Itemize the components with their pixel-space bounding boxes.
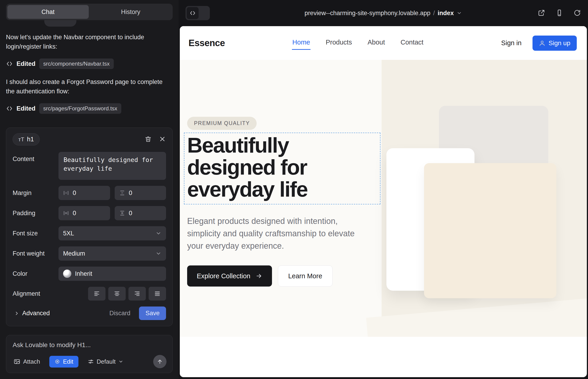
- padding-vertical-input[interactable]: 0: [59, 206, 110, 220]
- refresh-button[interactable]: [573, 9, 581, 17]
- open-external-button[interactable]: [538, 9, 545, 17]
- advanced-label: Advanced: [22, 310, 50, 317]
- delete-element-button[interactable]: [144, 135, 152, 143]
- color-swatch: [63, 269, 71, 278]
- chat-message: I should also create a Forgot Password p…: [6, 77, 169, 96]
- mobile-view-button[interactable]: [556, 9, 563, 17]
- arrow-up-icon: [157, 358, 163, 365]
- site-logo[interactable]: Essence: [187, 38, 226, 48]
- site-nav-links: Home Products About Contact: [292, 39, 424, 47]
- color-select[interactable]: Inherit: [59, 267, 166, 281]
- padding-horizontal-input[interactable]: 0: [115, 206, 166, 220]
- code-view-toggle[interactable]: [186, 6, 210, 20]
- hero-content: PREMIUM QUALITY Beautifully designed for…: [180, 60, 587, 286]
- site-preview: Essence Home Products About Contact Sign…: [180, 26, 587, 377]
- sign-up-button[interactable]: Sign up: [532, 35, 577, 51]
- align-left-button[interactable]: [88, 287, 106, 300]
- hero-badge: PREMIUM QUALITY: [187, 117, 257, 130]
- align-center-icon: [114, 290, 120, 297]
- explore-collection-label: Explore Collection: [197, 272, 250, 280]
- font-weight-select[interactable]: Medium: [59, 246, 166, 261]
- color-row: Color Inherit: [13, 267, 166, 281]
- chevron-down-icon: [457, 10, 462, 16]
- attach-button[interactable]: Attach: [12, 358, 42, 365]
- font-size-select[interactable]: 5XL: [59, 226, 166, 240]
- send-button[interactable]: [153, 355, 167, 368]
- margin-horizontal-input[interactable]: 0: [115, 186, 166, 200]
- font-size-label: Font size: [13, 230, 59, 237]
- align-justify-icon: [154, 290, 160, 297]
- file-badge[interactable]: src/pages/ForgotPassword.tsx: [39, 103, 122, 114]
- align-center-button[interactable]: [108, 287, 126, 300]
- url-bar[interactable]: preview--charming-site-symphony.lovable.…: [303, 9, 464, 17]
- chat-sidebar: Chat History Now let's update the Navbar…: [0, 0, 179, 379]
- padding-horizontal-icon: [119, 210, 125, 216]
- edited-file-row: Edited src/pages/ForgotPassword.tsx: [6, 103, 173, 114]
- color-value: Inherit: [75, 270, 92, 277]
- scrolled-chip: [44, 20, 76, 27]
- nav-link-contact[interactable]: Contact: [400, 39, 424, 47]
- chevron-down-icon: [118, 359, 123, 364]
- refresh-icon: [573, 9, 581, 17]
- font-size-row: Font size 5XL: [13, 226, 166, 240]
- nav-link-home[interactable]: Home: [292, 39, 310, 47]
- element-selection-outline: Beautifully designed for everyday life: [184, 133, 380, 205]
- url-page: index: [438, 10, 454, 17]
- explore-collection-button[interactable]: Explore Collection: [187, 266, 272, 286]
- close-editor-button[interactable]: [159, 135, 166, 143]
- chat-message: Now let's update the Navbar component to…: [6, 32, 169, 51]
- content-row: Content Beautifully designed for everyda…: [13, 152, 166, 180]
- file-badge[interactable]: src/components/Navbar.tsx: [39, 59, 114, 69]
- composer-input[interactable]: [12, 341, 167, 349]
- margin-horizontal-value: 0: [129, 190, 132, 197]
- padding-vertical-icon: [63, 210, 69, 216]
- chat-composer: Attach Edit Default: [6, 335, 173, 373]
- tab-history[interactable]: History: [90, 5, 171, 19]
- preview-toolbar: preview--charming-site-symphony.lovable.…: [179, 0, 588, 26]
- edit-target-icon: [54, 359, 60, 364]
- padding-horizontal-value: 0: [129, 210, 132, 217]
- content-label: Content: [13, 152, 59, 163]
- align-right-button[interactable]: [128, 287, 146, 300]
- site-navbar: Essence Home Products About Contact Sign…: [180, 26, 587, 60]
- sidebar-tabs: Chat History: [6, 4, 173, 20]
- margin-vertical-icon: [63, 190, 69, 196]
- arrow-right-icon: [255, 272, 262, 279]
- hero-heading[interactable]: Beautifully designed for everyday life: [187, 134, 380, 200]
- alignment-row: Alignment: [13, 287, 166, 300]
- hero-cta-group: Explore Collection Learn More: [187, 266, 587, 286]
- discard-button[interactable]: Discard: [108, 310, 132, 317]
- close-icon: [159, 135, 166, 143]
- padding-vertical-value: 0: [73, 210, 76, 217]
- url-separator: /: [433, 10, 435, 17]
- composer-toolbar: Attach Edit Default: [12, 355, 167, 368]
- edit-label: Edit: [63, 358, 73, 365]
- toolbar-actions: [538, 9, 581, 17]
- font-weight-label: Font weight: [13, 250, 59, 257]
- trash-icon: [144, 135, 152, 143]
- element-tag-badge: тT h1: [13, 133, 40, 145]
- preview-frame: preview--charming-site-symphony.lovable.…: [179, 0, 588, 379]
- attach-label: Attach: [23, 358, 40, 365]
- margin-vertical-input[interactable]: 0: [59, 186, 110, 200]
- content-input[interactable]: Beautifully designed for everyday life: [59, 152, 166, 180]
- edit-mode-button[interactable]: Edit: [49, 356, 78, 367]
- typography-icon: тT: [18, 136, 24, 143]
- editor-footer: Advanced Discard Save: [13, 306, 166, 320]
- learn-more-button[interactable]: Learn More: [278, 266, 333, 286]
- user-icon: [539, 40, 545, 46]
- default-label: Default: [97, 358, 116, 365]
- save-button[interactable]: Save: [139, 306, 166, 320]
- nav-link-products[interactable]: Products: [325, 39, 352, 47]
- nav-link-about[interactable]: About: [367, 39, 386, 47]
- editor-header: тT h1: [13, 133, 166, 145]
- align-justify-button[interactable]: [149, 287, 166, 300]
- sign-in-button[interactable]: Sign in: [500, 39, 523, 47]
- tab-chat[interactable]: Chat: [7, 5, 89, 19]
- model-default-button[interactable]: Default: [86, 358, 125, 365]
- advanced-toggle[interactable]: Advanced: [13, 310, 51, 317]
- sign-up-label: Sign up: [549, 39, 570, 47]
- chevron-right-icon: [14, 311, 19, 316]
- chevron-down-icon: [155, 230, 161, 236]
- margin-label: Margin: [13, 190, 59, 197]
